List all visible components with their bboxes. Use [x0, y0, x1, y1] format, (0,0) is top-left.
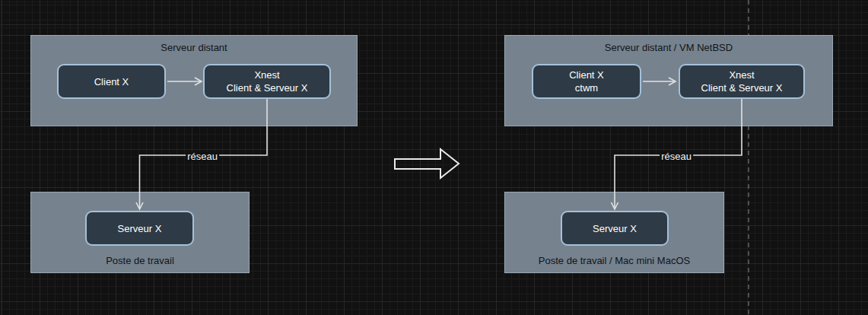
- edge-label-reseau-right[interactable]: réseau: [660, 151, 693, 162]
- node-label: Client X: [94, 75, 129, 88]
- node-serveur-x-right[interactable]: Serveur X: [561, 211, 669, 246]
- node-label: Client & Serveur X: [701, 81, 783, 94]
- group-title: Serveur distant: [31, 42, 357, 53]
- node-label: Xnest: [254, 68, 279, 81]
- node-label: ctwm: [575, 81, 598, 94]
- node-xnest-right[interactable]: Xnest Client & Serveur X: [679, 64, 805, 99]
- node-client-x-ctwm-right[interactable]: Client X ctwm: [532, 64, 641, 99]
- group-title: Poste de travail / Mac mini MacOS: [505, 255, 723, 266]
- edge-label-reseau-left[interactable]: réseau: [186, 151, 219, 162]
- node-xnest-left[interactable]: Xnest Client & Serveur X: [203, 64, 331, 99]
- node-client-x-left[interactable]: Client X: [57, 64, 166, 99]
- group-title: Poste de travail: [31, 255, 249, 266]
- diagram-canvas[interactable]: Serveur distant Poste de travail Serveur…: [0, 0, 868, 315]
- node-label: Xnest: [729, 68, 754, 81]
- node-label: Client X: [569, 68, 604, 81]
- node-label: Serveur X: [118, 222, 162, 235]
- node-label: Serveur X: [593, 222, 637, 235]
- node-serveur-x-left[interactable]: Serveur X: [85, 211, 194, 246]
- group-title: Serveur distant / VM NetBSD: [505, 42, 832, 53]
- node-label: Client & Serveur X: [227, 81, 308, 94]
